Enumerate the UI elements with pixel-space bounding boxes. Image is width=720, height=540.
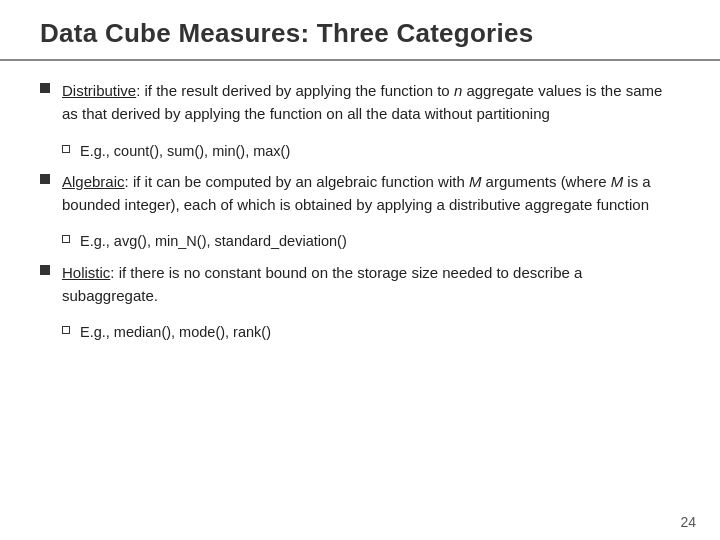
term-algebraic: Algebraic: [62, 173, 125, 190]
bullet-distributive-text: Distributive: if the result derived by a…: [62, 79, 680, 126]
sub-bullet-algebraic-1: E.g., avg(), min_N(), standard_deviation…: [62, 230, 680, 252]
algebraic-italic-m1: M: [469, 173, 482, 190]
sub-bullet-dash-3: [62, 326, 70, 334]
bullet-holistic: Holistic: if there is no constant bound …: [40, 261, 680, 308]
bullet-square-1: [40, 83, 50, 93]
slide-header: Data Cube Measures: Three Categories: [0, 0, 720, 61]
sub-bullets-distributive: E.g., count(), sum(), min(), max(): [62, 140, 680, 162]
sub-bullets-algebraic: E.g., avg(), min_N(), standard_deviation…: [62, 230, 680, 252]
sub-bullet-dash-2: [62, 235, 70, 243]
term-holistic: Holistic: [62, 264, 110, 281]
slide-content: Distributive: if the result derived by a…: [0, 79, 720, 344]
term-distributive: Distributive: [62, 82, 136, 99]
distributive-italic-n: n: [454, 82, 462, 99]
slide: Data Cube Measures: Three Categories Dis…: [0, 0, 720, 540]
slide-title: Data Cube Measures: Three Categories: [40, 18, 680, 49]
sub-bullets-holistic: E.g., median(), mode(), rank(): [62, 321, 680, 343]
bullet-square-2: [40, 174, 50, 184]
bullet-algebraic: Algebraic: if it can be computed by an a…: [40, 170, 680, 217]
algebraic-italic-m2: M: [611, 173, 624, 190]
bullet-algebraic-text: Algebraic: if it can be computed by an a…: [62, 170, 680, 217]
bullet-holistic-text: Holistic: if there is no constant bound …: [62, 261, 680, 308]
holistic-text1: : if there is no constant bound on the s…: [62, 264, 582, 304]
algebraic-text2: arguments (where: [481, 173, 610, 190]
sub-bullet-distributive-1-text: E.g., count(), sum(), min(), max(): [80, 140, 290, 162]
sub-bullet-algebraic-1-text: E.g., avg(), min_N(), standard_deviation…: [80, 230, 347, 252]
algebraic-text1: : if it can be computed by an algebraic …: [125, 173, 469, 190]
sub-bullet-holistic-1: E.g., median(), mode(), rank(): [62, 321, 680, 343]
sub-bullet-dash-1: [62, 145, 70, 153]
bullet-distributive: Distributive: if the result derived by a…: [40, 79, 680, 126]
distributive-text1: : if the result derived by applying the …: [136, 82, 454, 99]
bullet-square-3: [40, 265, 50, 275]
sub-bullet-distributive-1: E.g., count(), sum(), min(), max(): [62, 140, 680, 162]
page-number: 24: [680, 514, 696, 530]
sub-bullet-holistic-1-text: E.g., median(), mode(), rank(): [80, 321, 271, 343]
